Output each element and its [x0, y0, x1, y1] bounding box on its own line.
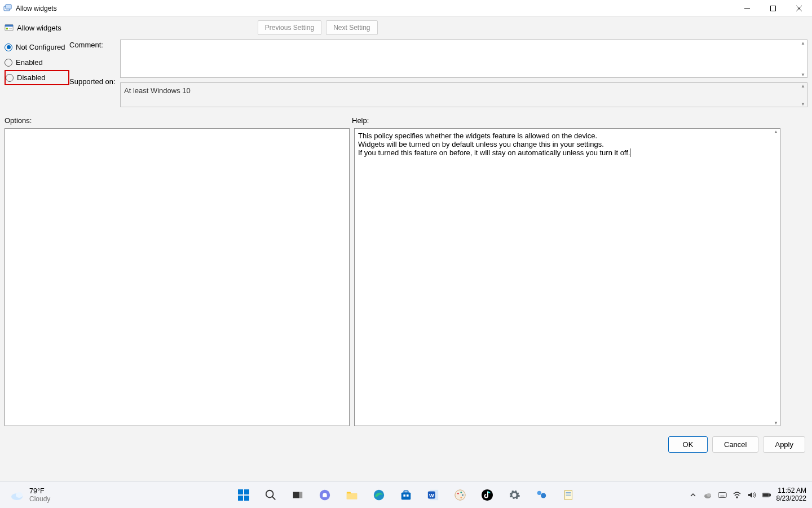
comment-value — [121, 40, 807, 47]
cancel-button[interactable]: Cancel — [712, 436, 758, 453]
svg-point-36 — [537, 491, 541, 494]
start-button[interactable] — [232, 484, 255, 506]
scroll-down-icon[interactable]: ▼ — [799, 72, 807, 77]
svg-rect-3 — [771, 6, 776, 11]
svg-marker-51 — [748, 492, 752, 498]
titlebar-left: Allow widgets — [0, 4, 57, 13]
svg-point-34 — [460, 497, 462, 498]
tray-chevron-icon[interactable] — [689, 491, 698, 500]
svg-point-50 — [736, 497, 738, 498]
radio-disabled[interactable]: Disabled — [5, 70, 69, 85]
options-label: Options: — [5, 116, 352, 125]
search-icon[interactable] — [259, 484, 282, 506]
maximize-button[interactable] — [760, 0, 786, 17]
svg-point-37 — [541, 493, 546, 498]
supported-field: At least Windows 10 ▲ ▼ — [120, 82, 807, 107]
store-icon[interactable] — [395, 484, 417, 506]
svg-line-17 — [272, 496, 276, 500]
supported-label: Supported on: — [69, 77, 120, 86]
weather-cond: Cloudy — [29, 495, 50, 503]
previous-setting-button[interactable]: Previous Setting — [258, 20, 321, 35]
ok-button[interactable]: OK — [668, 436, 708, 453]
weather-text: 79°F Cloudy — [29, 487, 50, 503]
svg-point-30 — [455, 489, 465, 500]
next-setting-button[interactable]: Next Setting — [326, 20, 377, 35]
battery-icon[interactable] — [762, 491, 771, 500]
word-icon[interactable]: W — [422, 484, 444, 506]
svg-rect-12 — [238, 489, 243, 494]
setting-heading: Allow widgets — [5, 23, 61, 32]
radio-dot-icon — [5, 59, 12, 67]
comment-field[interactable]: ▲ ▼ — [120, 40, 807, 78]
radio-not-configured[interactable]: Not Configured — [5, 40, 69, 55]
wifi-icon[interactable] — [732, 491, 742, 500]
radio-label: Not Configured — [16, 43, 65, 51]
scroll-up-icon[interactable]: ▲ — [799, 40, 807, 46]
onedrive-icon[interactable] — [703, 491, 712, 500]
state-radios: Not Configured Enabled Disabled — [5, 40, 69, 107]
scroll-down-icon[interactable]: ▼ — [799, 101, 807, 107]
cloud-icon — [9, 487, 25, 503]
scroll-up-icon[interactable]: ▲ — [772, 129, 780, 134]
svg-rect-54 — [763, 493, 769, 496]
tiktok-icon[interactable] — [476, 484, 498, 506]
svg-point-11 — [16, 492, 23, 498]
supported-value: At least Windows 10 — [121, 83, 807, 98]
pane-labels: Options: Help: — [0, 110, 812, 128]
radio-dot-icon — [5, 43, 12, 51]
close-button[interactable] — [786, 0, 812, 17]
paint-icon[interactable] — [449, 484, 471, 506]
clock[interactable]: 11:52 AM 8/23/2022 — [776, 487, 806, 503]
svg-rect-15 — [244, 496, 249, 501]
scroll-up-icon[interactable]: ▲ — [799, 83, 807, 89]
volume-icon[interactable] — [747, 491, 756, 500]
task-view-icon[interactable] — [286, 484, 309, 506]
apply-button[interactable]: Apply — [763, 436, 805, 453]
svg-rect-38 — [565, 490, 572, 500]
notepad-icon[interactable] — [557, 484, 580, 506]
svg-point-8 — [6, 28, 8, 30]
toolbar: Allow widgets Previous Setting Next Sett… — [0, 17, 812, 38]
nav-buttons: Previous Setting Next Setting — [258, 20, 378, 35]
edge-icon[interactable] — [368, 484, 390, 506]
taskbar: 79°F Cloudy W — [0, 481, 812, 508]
chat-icon[interactable] — [314, 484, 336, 506]
panes: This policy specifies whether the widget… — [0, 128, 812, 426]
setting-icon — [5, 23, 14, 32]
svg-rect-14 — [238, 496, 243, 501]
radio-label: Enabled — [16, 58, 43, 67]
svg-point-43 — [707, 493, 711, 497]
field-labels: Comment: Supported on: — [69, 40, 120, 107]
settings-icon[interactable] — [503, 484, 526, 506]
svg-rect-24 — [404, 491, 408, 493]
minimize-button[interactable] — [734, 0, 760, 17]
window-title: Allow widgets — [16, 5, 57, 12]
svg-rect-44 — [718, 492, 726, 497]
radio-dot-icon — [6, 74, 14, 82]
svg-rect-23 — [401, 492, 411, 500]
svg-text:W: W — [429, 492, 434, 498]
help-text[interactable]: This policy specifies whether the widget… — [355, 129, 780, 161]
scroll-down-icon[interactable]: ▼ — [772, 420, 780, 426]
time: 11:52 AM — [776, 487, 806, 495]
radio-label: Disabled — [17, 73, 46, 82]
svg-rect-21 — [347, 493, 357, 499]
svg-rect-9 — [9, 28, 12, 29]
system-tray: 11:52 AM 8/23/2022 — [689, 487, 806, 503]
svg-rect-1 — [6, 5, 11, 9]
svg-rect-19 — [299, 492, 303, 498]
weather-temp: 79°F — [29, 487, 50, 495]
weather-widget[interactable]: 79°F Cloudy — [0, 487, 50, 503]
options-pane — [5, 128, 350, 426]
services-icon[interactable] — [530, 484, 553, 506]
svg-rect-18 — [293, 492, 299, 498]
svg-rect-25 — [403, 494, 405, 497]
window-controls — [734, 0, 812, 17]
file-explorer-icon[interactable] — [341, 484, 363, 506]
field-values: ▲ ▼ At least Windows 10 ▲ ▼ — [120, 40, 807, 107]
date: 8/23/2022 — [776, 495, 806, 503]
svg-point-33 — [462, 494, 464, 496]
radio-enabled[interactable]: Enabled — [5, 55, 69, 70]
keyboard-icon[interactable] — [718, 491, 727, 500]
taskbar-center: W — [232, 484, 580, 506]
